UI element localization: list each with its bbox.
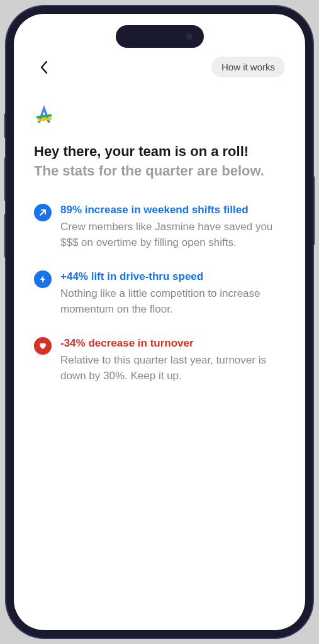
notch <box>116 25 204 48</box>
phone-screen: How it works Hey there, your team is on … <box>14 14 305 630</box>
chevron-left-icon <box>40 60 48 74</box>
back-button[interactable] <box>34 57 54 77</box>
page-subtitle: The stats for the quarter are below. <box>34 162 285 180</box>
stat-description: Relative to this quarter last year, turn… <box>60 353 285 384</box>
stat-content: 89% increase in weekend shifts filled Cr… <box>60 203 285 250</box>
header: How it works <box>34 57 285 77</box>
how-it-works-button[interactable]: How it works <box>211 57 285 77</box>
stat-description: Nothing like a little competition to inc… <box>60 286 285 317</box>
stat-heading: +44% lift in drive-thru speed <box>60 269 285 284</box>
stat-description: Crew members like Jasmine have saved you… <box>60 219 285 250</box>
arrow-up-icon <box>34 204 52 221</box>
stat-item-turnover: -34% decrease in turnover Relative to th… <box>34 336 285 384</box>
page-title: Hey there, your team is on a roll! <box>34 143 285 161</box>
stat-content: +44% lift in drive-thru speed Nothing li… <box>60 269 285 317</box>
app-logo <box>34 104 285 128</box>
stat-item-weekend-shifts: 89% increase in weekend shifts filled Cr… <box>34 203 285 250</box>
lightning-icon <box>34 270 52 288</box>
stat-heading: -34% decrease in turnover <box>60 336 285 351</box>
content-area: How it works Hey there, your team is on … <box>14 14 305 423</box>
phone-frame: How it works Hey there, your team is on … <box>6 6 313 638</box>
stat-item-drive-thru: +44% lift in drive-thru speed Nothing li… <box>34 269 285 317</box>
stat-content: -34% decrease in turnover Relative to th… <box>60 336 285 384</box>
heart-icon <box>34 337 52 355</box>
stat-heading: 89% increase in weekend shifts filled <box>60 203 285 218</box>
